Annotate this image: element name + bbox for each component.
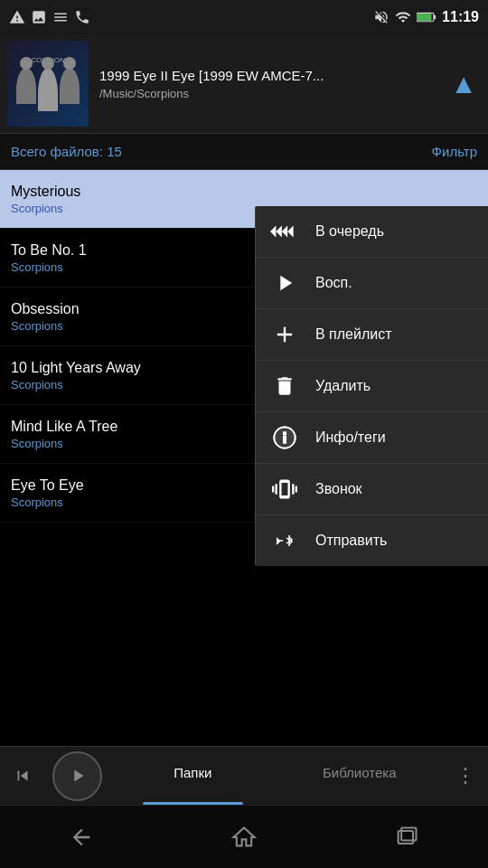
filter-button[interactable]: Фильтр [432, 144, 477, 159]
delete-icon [270, 372, 299, 401]
queue-icon [270, 217, 299, 246]
play-pause-button[interactable] [52, 751, 102, 801]
plus-icon [270, 320, 299, 349]
svg-rect-2 [418, 14, 432, 21]
svg-marker-4 [276, 226, 281, 238]
more-options-button[interactable]: ⋮ [443, 764, 488, 788]
context-menu: В очередь Восп. В плейлист Удалить [255, 206, 488, 566]
svg-rect-8 [284, 436, 286, 443]
up-arrow-icon[interactable]: ▲ [450, 69, 477, 99]
mute-icon [373, 9, 389, 25]
vibrate-icon [270, 475, 299, 504]
nav-tabs: Папки Библиотека [109, 747, 443, 805]
home-button[interactable] [217, 819, 271, 855]
menu-icon [52, 9, 69, 25]
now-playing-path: /Music/Scorpions [99, 87, 439, 100]
now-playing-info: 1999 Eye II Eye [1999 EW AMCE-7... /Musi… [99, 68, 439, 100]
play-label: Восп. [315, 275, 352, 291]
warning-icon [9, 9, 25, 25]
svg-marker-5 [282, 226, 287, 238]
context-menu-queue[interactable]: В очередь [256, 206, 488, 258]
status-time: 11:19 [442, 9, 479, 25]
context-menu-ringtone[interactable]: Звонок [256, 464, 488, 515]
svg-rect-1 [434, 15, 436, 20]
info-label: Инфо/теги [315, 429, 386, 446]
tab-library[interactable]: Библиотека [277, 747, 444, 805]
file-count-bar: Всего файлов: 15 Фильтр [0, 134, 488, 170]
context-menu-playlist[interactable]: В плейлист [256, 309, 488, 361]
svg-marker-3 [270, 226, 276, 238]
image-icon [31, 9, 47, 25]
play-icon [270, 269, 299, 297]
status-icons-left [9, 9, 90, 25]
playlist-label: В плейлист [315, 326, 392, 343]
status-bar: 11:19 [0, 0, 488, 34]
file-count-label: Всего файлов: 15 [11, 144, 122, 159]
share-icon [270, 526, 299, 555]
tab-folders[interactable]: Папки [109, 747, 277, 805]
context-menu-play[interactable]: Восп. [256, 258, 488, 309]
battery-icon [417, 11, 436, 24]
bottom-nav: Папки Библиотека ⋮ [0, 746, 488, 805]
status-icons-right: 11:19 [373, 9, 479, 25]
delete-label: Удалить [315, 378, 371, 394]
system-nav-bar [0, 805, 488, 868]
recents-button[interactable] [380, 819, 434, 855]
queue-label: В очередь [315, 223, 384, 240]
back-button[interactable] [54, 819, 108, 855]
svg-marker-6 [287, 226, 293, 238]
phone-icon [74, 9, 90, 25]
context-menu-share[interactable]: Отправить [256, 515, 488, 566]
share-label: Отправить [315, 533, 387, 549]
ringtone-label: Звонок [315, 481, 362, 497]
info-icon [270, 423, 299, 452]
album-art: SCORPIONS [7, 41, 89, 127]
context-menu-info[interactable]: Инфо/теги [256, 412, 488, 464]
context-menu-delete[interactable]: Удалить [256, 361, 488, 412]
svg-rect-9 [284, 432, 286, 434]
prev-button[interactable] [0, 766, 45, 786]
now-playing-title: 1999 Eye II Eye [1999 EW AMCE-7... [99, 68, 439, 83]
now-playing-bar[interactable]: SCORPIONS 1999 Eye II Eye [1999 EW AMCE-… [0, 34, 488, 134]
signal-icon [395, 9, 411, 25]
track-title: Mysterious [11, 184, 477, 200]
